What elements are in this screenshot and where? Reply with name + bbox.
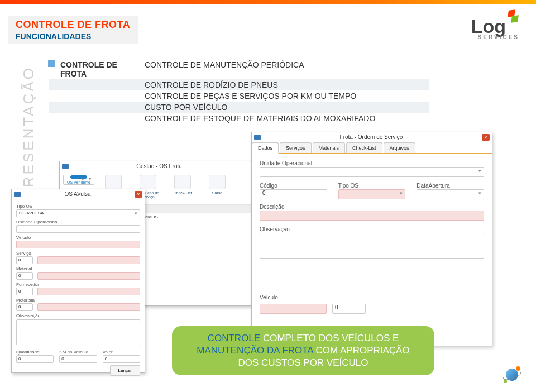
close-icon[interactable]: × [482,134,490,141]
label-fornecedor: Fornecedor [16,282,140,287]
accent-bar [0,0,536,4]
exit-icon [209,175,226,189]
select-tipo-os[interactable] [338,189,406,199]
label-observacao: Observação [16,313,140,318]
lancar-button[interactable]: Lançar [110,365,140,376]
window-os-avulsa: OS AVulsa × Tipo OS OS AVULSA Unidade Op… [11,189,145,373]
input-servico-code[interactable]: 0 [16,256,33,264]
label-observacao: Observação [260,226,484,232]
titlebar[interactable]: Gestão - OS Frota [60,161,260,171]
gear-icon [140,175,156,189]
label-motorista: Motorista [16,298,140,303]
textarea-observacao[interactable] [260,233,484,259]
label-unidade: Unidade Operacional [260,160,484,166]
window-title: Frota - Ordem de Serviço [261,134,482,140]
select-unidade[interactable] [260,167,484,177]
logo: Log SERVICES [471,16,519,40]
close-icon[interactable]: × [135,191,142,198]
label-quantidade: Quantidade [16,350,54,355]
app-icon [14,192,21,197]
input-unidade[interactable] [16,225,140,233]
input-veiculo-desc[interactable] [260,304,327,314]
tabs: Dados Serviços Materiais Check-List Arqu… [252,142,492,154]
tab-check-list[interactable]: Check-List [346,142,382,153]
planet-icon [504,366,520,383]
label-veiculo: Veículo [16,235,140,240]
page-subtitle: FUNCIONALIDADES [16,32,130,41]
label-data-abertura: DataAbertura [417,183,484,189]
titlebar[interactable]: OS AVulsa × [12,189,145,199]
label-codigo: Código [260,183,327,189]
input-km[interactable]: 0 [59,355,97,363]
label-material: Material [16,266,140,271]
input-veiculo-code[interactable]: 0 [332,304,366,314]
tool-saida[interactable]: Saída [202,175,233,199]
tab-materiais[interactable]: Materiais [313,142,346,153]
label-unidade: Unidade Operacional [16,219,140,224]
feature-row: CONTROLE DE ESTOQUE DE MATERIAIS DO ALMO… [141,113,429,124]
input-quantidade[interactable]: 0 [16,355,54,363]
app-icon [254,135,261,140]
header: CONTROLE DE FROTA FUNCIONALIDADES Log SE… [0,16,536,44]
feature-row: CONTROLE DE RODÍZIO DE PNEUS [141,79,429,90]
input-descricao[interactable] [260,211,484,221]
feature-row: CUSTO POR VEÍCULO [141,102,429,113]
tab-arquivos[interactable]: Arquivos [384,142,415,153]
bullet-icon [48,60,55,67]
tool-check-list[interactable]: Check-List [167,175,198,199]
tab-servicos[interactable]: Serviços [280,142,312,153]
window-title: Gestão - OS Frota [69,163,250,169]
checklist-icon [174,175,191,189]
label-km: KM do Veículo [59,350,97,355]
textarea-observacao[interactable] [16,319,140,345]
input-fornecedor-code[interactable]: 0 [16,288,33,295]
tab-dados[interactable]: Dados [252,142,279,154]
logo-mark-icon [506,10,519,23]
input-codigo[interactable]: 0 [260,189,327,199]
window-title: OS AVulsa [21,191,135,197]
feature-table: CONTROLE DE FROTACONTROLE DE MANUTENÇÃO … [49,59,429,124]
titlebar[interactable]: Frota - Ordem de Serviço × [252,132,492,142]
input-servico-desc[interactable] [37,256,140,264]
header-tab: CONTROLE DE FROTA FUNCIONALIDADES [8,16,138,44]
feature-row: CONTROLE DE PEÇAS E SERVIÇOS POR KM OU T… [141,90,429,102]
box-icon [105,175,122,189]
page-title: CONTROLE DE FROTA [16,19,130,31]
input-material-desc[interactable] [37,272,140,280]
label-tipo-os: Tipo OS [338,183,406,189]
window-frota-os: Frota - Ordem de Serviço × Dados Serviço… [251,132,492,346]
input-fornecedor-desc[interactable] [37,288,140,295]
tool-os-pendente[interactable]: OS Pendente [63,175,94,185]
input-motorista-code[interactable]: 0 [16,303,33,311]
feature-row: CONTROLE DE MANUTENÇÃO PERIÓDICA [141,59,429,79]
logo-subtext: SERVICES [478,34,519,40]
input-veiculo[interactable] [16,241,140,248]
label-tipo-os: Tipo OS [16,204,140,209]
label-servico: Serviço [16,251,140,256]
callout-text: CONTROLE COMPLETO DOS VEÍCULOS E MANUTEN… [188,332,419,369]
input-valor[interactable]: 0 [103,355,140,363]
feature-group: CONTROLE DE FROTA [49,59,141,79]
label-descricao: Descrição [260,204,484,210]
input-material-code[interactable]: 0 [16,272,33,280]
label-valor: Valor [103,350,140,355]
app-icon [62,164,69,169]
label-veiculo: Veículo [260,294,484,300]
callout-banner: CONTROLE COMPLETO DOS VEÍCULOS E MANUTEN… [172,326,434,375]
input-motorista-desc[interactable] [37,303,140,311]
input-data-abertura[interactable] [417,189,484,199]
select-tipo-os[interactable]: OS AVULSA [16,209,140,217]
clipboard-icon [70,175,87,179]
